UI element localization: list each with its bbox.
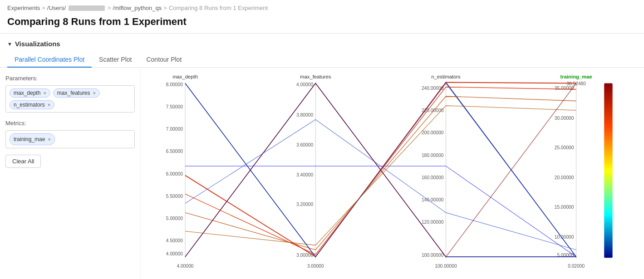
visualizations-label: Visualizations — [15, 40, 60, 48]
svg-text:25.00000: 25.00000 — [555, 145, 574, 150]
tab-parallel[interactable]: Parallel Coordinates Plot — [7, 52, 92, 68]
metrics-tag-box[interactable]: training_mae × — [5, 130, 135, 148]
breadcrumb-experiments[interactable]: Experiments — [7, 5, 40, 11]
svg-text:20.00000: 20.00000 — [555, 175, 574, 180]
svg-text:5.50000: 5.50000 — [166, 194, 183, 199]
svg-text:7.00000: 7.00000 — [166, 127, 183, 132]
svg-text:training_mae: training_mae — [560, 74, 592, 79]
chart-area: 8.00000 7.50000 7.00000 6.50000 6.00000 … — [141, 68, 644, 279]
page-title: Comparing 8 Runs from 1 Experiment — [0, 14, 644, 34]
tabs-bar: Parallel Coordinates Plot Scatter Plot C… — [0, 52, 644, 68]
svg-text:4.00000: 4.00000 — [177, 264, 194, 269]
svg-text:5.00000: 5.00000 — [166, 216, 183, 221]
svg-text:30.00000: 30.00000 — [555, 116, 574, 121]
svg-text:100.00000: 100.00000 — [422, 253, 444, 258]
breadcrumb-username-blur — [69, 5, 105, 11]
svg-text:max_depth: max_depth — [172, 74, 198, 79]
svg-text:0.02000: 0.02000 — [568, 264, 585, 269]
tag-max-depth[interactable]: max_depth × — [10, 88, 50, 98]
tag-max-features[interactable]: max_features × — [53, 88, 100, 98]
chevron-down-icon: ▼ — [7, 41, 12, 47]
svg-text:3.40000: 3.40000 — [296, 172, 313, 177]
svg-text:15.00000: 15.00000 — [555, 205, 574, 210]
svg-text:120.00000: 120.00000 — [422, 220, 444, 225]
breadcrumb-experiment[interactable]: /mlflow_python_qs — [113, 5, 162, 11]
svg-text:6.00000: 6.00000 — [166, 171, 183, 176]
tag-training-mae[interactable]: training_mae × — [10, 133, 55, 145]
tab-scatter[interactable]: Scatter Plot — [92, 52, 139, 68]
parameters-tag-box[interactable]: max_depth × max_features × n_estimators … — [5, 85, 135, 113]
svg-text:3.00000: 3.00000 — [307, 264, 324, 269]
svg-text:200.00000: 200.00000 — [422, 130, 444, 135]
parallel-coordinates-chart: 8.00000 7.50000 7.00000 6.50000 6.00000 … — [148, 72, 637, 274]
svg-text:4.00000: 4.00000 — [166, 251, 183, 256]
sidebar: Parameters: max_depth × max_features × n… — [0, 68, 141, 279]
svg-text:3.20000: 3.20000 — [296, 202, 313, 207]
tab-contour[interactable]: Contour Plot — [139, 52, 189, 68]
metrics-label: Metrics: — [5, 120, 135, 127]
svg-text:3.60000: 3.60000 — [296, 142, 313, 147]
svg-rect-43 — [604, 83, 612, 258]
svg-text:6.50000: 6.50000 — [166, 149, 183, 154]
svg-text:10.00000: 10.00000 — [555, 235, 574, 240]
svg-text:n_estimators: n_estimators — [431, 74, 461, 79]
svg-text:180.00000: 180.00000 — [422, 153, 444, 158]
svg-text:100.00000: 100.00000 — [435, 264, 457, 269]
svg-text:140.00000: 140.00000 — [422, 197, 444, 202]
svg-text:3.80000: 3.80000 — [296, 113, 313, 117]
visualizations-header[interactable]: ▼ Visualizations — [0, 34, 644, 52]
svg-text:max_features: max_features — [300, 74, 331, 79]
parameters-label: Parameters: — [5, 75, 135, 82]
svg-text:160.00000: 160.00000 — [422, 175, 444, 180]
breadcrumb-current: Comparing 8 Runs from 1 Experiment — [169, 5, 268, 11]
breadcrumb-users[interactable]: /Users/ — [47, 5, 66, 11]
breadcrumb: Experiments > /Users/ > /mlflow_python_q… — [0, 0, 644, 14]
svg-text:8.00000: 8.00000 — [166, 82, 183, 87]
svg-text:7.50000: 7.50000 — [166, 104, 183, 109]
svg-text:4.00000: 4.00000 — [296, 82, 313, 87]
svg-text:4.50000: 4.50000 — [166, 238, 183, 243]
clear-all-button[interactable]: Clear All — [5, 155, 41, 168]
tag-n-estimators[interactable]: n_estimators × — [10, 100, 54, 109]
